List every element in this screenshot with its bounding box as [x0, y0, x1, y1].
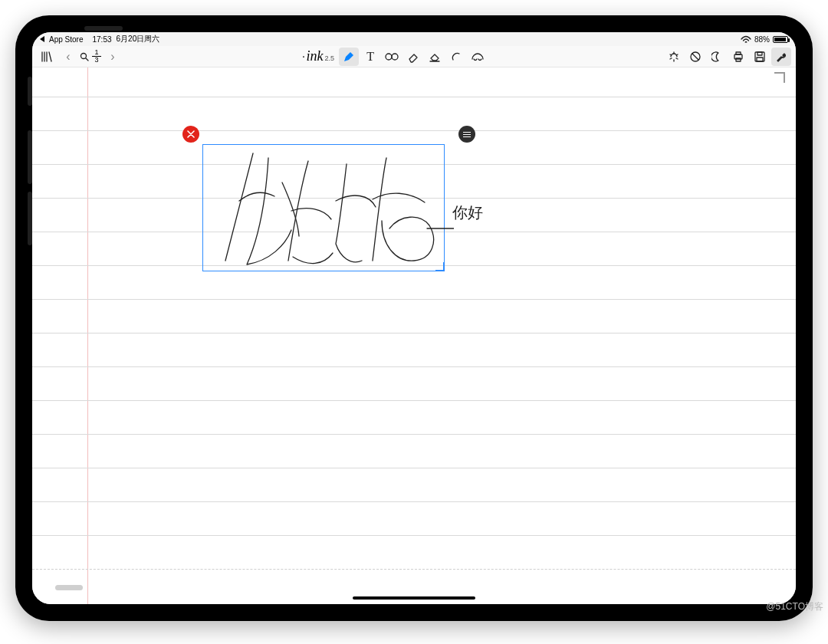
- moon-icon[interactable]: [707, 48, 727, 66]
- print-icon[interactable]: [728, 48, 748, 66]
- rule-line: [32, 97, 796, 97]
- rule-line: [32, 366, 796, 367]
- rule-line: [32, 400, 796, 401]
- ink-brand: ·ink2.5: [299, 48, 337, 64]
- svg-rect-9: [757, 58, 763, 61]
- rule-line: [32, 468, 796, 468]
- svg-point-1: [386, 54, 392, 60]
- close-selection-button[interactable]: [182, 126, 199, 143]
- status-back-label[interactable]: App Store: [49, 35, 83, 44]
- toolbar: ‹ 1 3 › ·ink2.5 T: [32, 46, 796, 67]
- handwriting-ink: [209, 146, 454, 276]
- library-icon[interactable]: [37, 48, 57, 66]
- page-indicator[interactable]: 1 3: [80, 49, 101, 64]
- pen-tool-icon[interactable]: [339, 48, 359, 66]
- svg-rect-6: [736, 58, 741, 61]
- status-time: 17:53: [92, 35, 111, 44]
- wifi-icon: [741, 35, 751, 43]
- text-tool-icon[interactable]: T: [360, 48, 380, 66]
- status-date: 6月20日周六: [117, 34, 160, 44]
- clear-tool-icon[interactable]: [425, 48, 445, 66]
- back-triangle-icon[interactable]: [40, 36, 44, 42]
- close-icon: [187, 130, 195, 138]
- undo-icon[interactable]: [446, 48, 466, 66]
- rule-line: [32, 333, 796, 334]
- no-circle-icon[interactable]: [685, 48, 705, 66]
- eraser-tool-icon[interactable]: [403, 48, 423, 66]
- svg-rect-5: [736, 52, 741, 54]
- page-current: 1: [94, 49, 98, 56]
- status-bar: App Store 17:53 6月20日周六 88%: [32, 32, 796, 46]
- bottom-slider[interactable]: [55, 585, 83, 590]
- battery-icon: [773, 36, 788, 43]
- rule-line: [32, 535, 796, 536]
- page-next-icon[interactable]: ›: [103, 48, 123, 66]
- margin-line: [87, 67, 88, 604]
- rule-line: [32, 434, 796, 435]
- page-prev-icon[interactable]: ‹: [58, 48, 78, 66]
- page-corner-icon: [771, 72, 785, 86]
- battery-pct: 88%: [754, 35, 770, 44]
- lasso-tool-icon[interactable]: [468, 48, 488, 66]
- recognized-text: 你好: [452, 202, 483, 223]
- wrench-icon[interactable]: [771, 48, 791, 66]
- svg-point-2: [392, 54, 398, 60]
- svg-point-0: [81, 53, 87, 58]
- note-canvas[interactable]: 你好: [32, 67, 796, 604]
- rule-line-dashed: [32, 569, 796, 570]
- home-indicator[interactable]: [353, 596, 475, 600]
- rule-line: [32, 501, 796, 502]
- save-icon[interactable]: [750, 48, 770, 66]
- page-total: 3: [94, 57, 98, 64]
- rule-line: [32, 130, 796, 131]
- selection-menu-button[interactable]: [458, 126, 475, 143]
- search-icon: [80, 52, 89, 61]
- rule-line: [32, 299, 796, 300]
- view-tool-icon[interactable]: [382, 48, 402, 66]
- watermark: @51CTO博客: [766, 600, 823, 613]
- screen: App Store 17:53 6月20日周六 88% ‹ 1 3: [32, 32, 796, 604]
- svg-rect-8: [757, 52, 762, 55]
- gear-half-icon[interactable]: [664, 48, 684, 66]
- hw-button-top: [84, 26, 123, 31]
- device-frame: App Store 17:53 6月20日周六 88% ‹ 1 3: [15, 15, 813, 621]
